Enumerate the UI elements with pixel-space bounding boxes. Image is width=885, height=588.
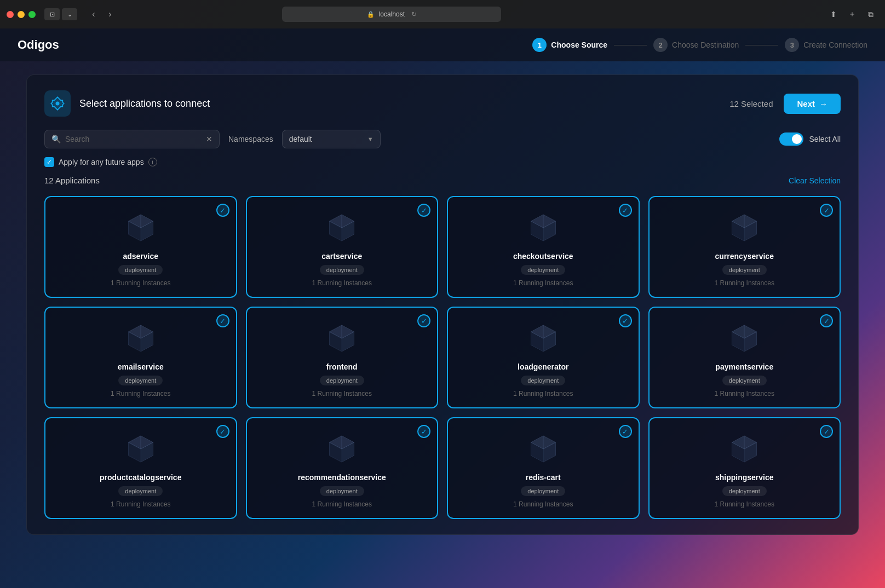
app-grid: ✓ adservice deployment 1 Running Instanc…	[44, 196, 841, 519]
check-badge: ✓	[216, 204, 229, 217]
app-badge: deployment	[722, 486, 767, 496]
app-card[interactable]: ✓ checkoutservice deployment 1 Running I…	[447, 196, 640, 298]
app-header: Odigos 1 Choose Source 2 Choose Destinat…	[0, 28, 885, 61]
clear-selection-button[interactable]: Clear Selection	[789, 176, 841, 185]
app-card[interactable]: ✓ frontend deployment 1 Running Instance…	[246, 307, 439, 408]
step-2[interactable]: 2 Choose Destination	[653, 38, 739, 52]
info-icon[interactable]: i	[148, 158, 157, 166]
app-instances: 1 Running Instances	[715, 500, 774, 508]
share-icon[interactable]: ⬆	[826, 8, 841, 20]
app-card[interactable]: ✓ loadgenerator deployment 1 Running Ins…	[447, 307, 640, 408]
app-instances: 1 Running Instances	[111, 500, 170, 508]
filters-row: 🔍 ✕ Namespaces default ▼ Select All	[44, 130, 841, 148]
card-title: Select applications to connect	[79, 98, 729, 109]
namespace-select[interactable]: default ▼	[282, 130, 381, 148]
app-instances: 1 Running Instances	[715, 279, 774, 287]
check-badge: ✓	[417, 425, 430, 438]
card-header: Select applications to connect 12 Select…	[44, 90, 841, 117]
check-badge: ✓	[417, 314, 430, 327]
app-card[interactable]: ✓ adservice deployment 1 Running Instanc…	[44, 196, 237, 298]
tabs-icon[interactable]: ⧉	[863, 8, 878, 20]
toggle-knob	[792, 134, 802, 144]
card-icon	[44, 90, 71, 117]
app-name: productcatalogservice	[100, 473, 181, 482]
check-badge: ✓	[619, 425, 632, 438]
check-badge: ✓	[820, 425, 833, 438]
search-icon: 🔍	[51, 135, 61, 143]
app-card[interactable]: ✓ recommendationservice deployment 1 Run…	[246, 417, 439, 519]
check-badge: ✓	[216, 314, 229, 327]
fullscreen-button[interactable]	[28, 11, 36, 18]
app-logo: Odigos	[18, 38, 59, 52]
app-badge: deployment	[118, 376, 163, 385]
app-icon-wrap	[123, 321, 158, 356]
step-connector-2	[745, 45, 778, 45]
step-3[interactable]: 3 Create Connection	[785, 38, 867, 52]
app-instances: 1 Running Instances	[513, 500, 573, 508]
select-all-toggle[interactable]	[779, 132, 803, 146]
checkbox-row: ✓ Apply for any future apps i	[44, 157, 841, 167]
app-instances: 1 Running Instances	[312, 279, 372, 287]
app-card[interactable]: ✓ cartservice deployment 1 Running Insta…	[246, 196, 439, 298]
plugin-icon	[50, 96, 65, 111]
lock-icon: 🔒	[367, 11, 375, 18]
app-name: recommendationservice	[298, 473, 386, 482]
app-name: cartservice	[321, 252, 362, 261]
clear-search-button[interactable]: ✕	[206, 135, 212, 143]
app-instances: 1 Running Instances	[513, 390, 573, 397]
app-instances: 1 Running Instances	[312, 390, 372, 397]
app-icon-wrap	[324, 431, 359, 466]
main-card: Select applications to connect 12 Select…	[26, 74, 859, 535]
app-card[interactable]: ✓ emailservice deployment 1 Running Inst…	[44, 307, 237, 408]
app-icon-wrap	[727, 210, 762, 245]
app-badge: deployment	[118, 265, 163, 275]
next-button[interactable]: Next →	[784, 94, 841, 114]
toggle-area: Select All	[779, 132, 841, 146]
check-badge: ✓	[619, 204, 632, 217]
minimize-button[interactable]	[18, 11, 25, 18]
back-button[interactable]: ‹	[86, 7, 101, 22]
app-name: loadgenerator	[518, 362, 568, 371]
cube-icon	[124, 322, 157, 355]
forward-button[interactable]: ›	[102, 7, 118, 22]
close-button[interactable]	[7, 11, 14, 18]
check-badge: ✓	[820, 314, 833, 327]
cube-icon	[124, 211, 157, 244]
new-tab-icon[interactable]: ＋	[844, 8, 860, 20]
app-card[interactable]: ✓ shippingservice deployment 1 Running I…	[648, 417, 841, 519]
cube-icon	[527, 433, 560, 465]
search-box[interactable]: 🔍 ✕	[44, 130, 220, 148]
sidebar-toggle-button[interactable]: ⊡	[44, 8, 60, 20]
app-name: frontend	[326, 362, 358, 371]
app-icon-wrap	[123, 210, 158, 245]
step-1-num: 1	[532, 38, 547, 52]
content-area: Select applications to connect 12 Select…	[0, 61, 885, 588]
step-connector-1	[614, 45, 647, 45]
app-name: emailservice	[118, 362, 164, 371]
app-card[interactable]: ✓ productcatalogservice deployment 1 Run…	[44, 417, 237, 519]
app-instances: 1 Running Instances	[513, 279, 573, 287]
traffic-lights	[7, 11, 36, 18]
search-input[interactable]	[65, 135, 202, 143]
app-card[interactable]: ✓ paymentservice deployment 1 Running In…	[648, 307, 841, 408]
app-badge: deployment	[722, 265, 767, 275]
app-card[interactable]: ✓ currencyservice deployment 1 Running I…	[648, 196, 841, 298]
app-badge: deployment	[722, 376, 767, 385]
app-badge: deployment	[521, 486, 565, 496]
step-3-label: Create Connection	[803, 41, 867, 49]
app-container: Odigos 1 Choose Source 2 Choose Destinat…	[0, 28, 885, 588]
step-2-label: Choose Destination	[672, 41, 739, 49]
url-bar[interactable]: 🔒 localhost ↻	[282, 7, 501, 22]
check-badge: ✓	[216, 425, 229, 438]
chevron-down-icon: ▼	[367, 136, 373, 142]
reload-icon[interactable]: ↻	[411, 10, 417, 18]
cube-icon	[728, 322, 761, 355]
chevron-down-icon[interactable]: ⌄	[62, 8, 77, 20]
app-card[interactable]: ✓ redis-cart deployment 1 Running Instan…	[447, 417, 640, 519]
step-1[interactable]: 1 Choose Source	[532, 38, 607, 52]
app-name: checkoutservice	[513, 252, 573, 261]
app-count-row: 12 Applications Clear Selection	[44, 176, 841, 185]
apply-future-checkbox[interactable]: ✓	[44, 157, 54, 167]
app-instances: 1 Running Instances	[715, 390, 774, 397]
app-name: shippingservice	[715, 473, 774, 482]
